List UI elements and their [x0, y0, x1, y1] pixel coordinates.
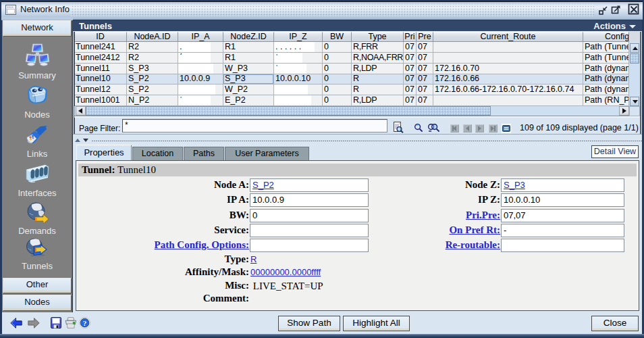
svg-text:?: ? [83, 319, 87, 327]
